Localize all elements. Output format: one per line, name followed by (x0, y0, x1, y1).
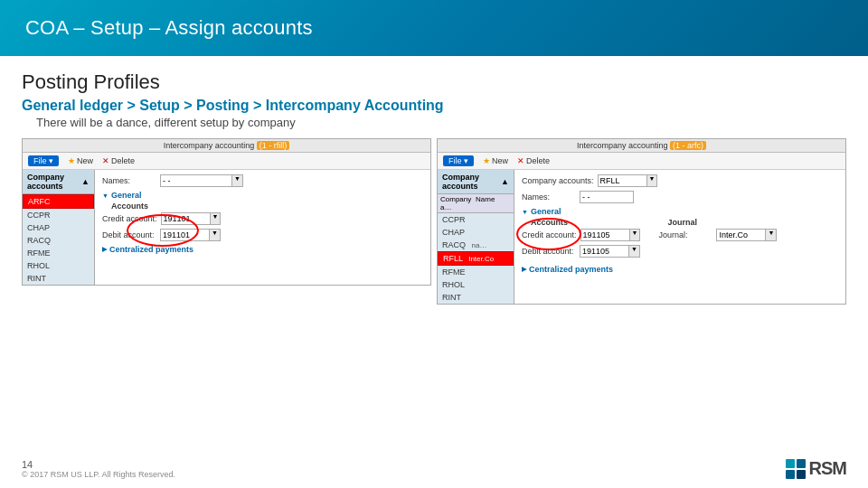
window2-company-dropdown[interactable]: ▼ (647, 174, 658, 187)
window2-file-btn[interactable]: File ▾ (443, 155, 474, 166)
rsm-logo: RSM (786, 458, 846, 479)
window1-debit-row: Debit account: ▼ (102, 229, 423, 241)
window1-wrapper: Intercompany accounting (1 - rfill) File… (22, 138, 431, 305)
window2-centralized-section[interactable]: Centralized payments (522, 265, 838, 274)
list-item-w2-racq[interactable]: RACQ na… (438, 239, 514, 251)
window1-file-btn[interactable]: File ▾ (28, 155, 59, 166)
window1-name-label: Names: (102, 176, 156, 185)
window1-name-dropdown[interactable]: ▼ (232, 174, 243, 187)
window2-company-label: Company accounts: (522, 176, 594, 185)
subtitle: General ledger > Setup > Posting > Inter… (22, 98, 846, 114)
rsm-sq-tl (786, 459, 795, 468)
window2-credit-dropdown[interactable]: ▼ (630, 229, 641, 241)
page-number: 14 (22, 459, 175, 470)
ax-window-2: Intercompany accounting (1 - arfc) File … (437, 138, 846, 305)
window2-name-row: Names: (522, 191, 838, 203)
window1-title: Intercompany accounting (164, 141, 257, 150)
col-company: Company a… (440, 195, 476, 211)
window1-debit-input[interactable] (160, 229, 210, 241)
rsm-sq-bl (786, 470, 795, 479)
window1-form: Names: ▼ General Accounts Credit account… (95, 170, 430, 285)
window2-accounts-journals: Accounts Credit account: ▼ Debit a (522, 218, 838, 261)
window2-company-input[interactable] (598, 174, 647, 187)
window1-general-section[interactable]: General (102, 191, 423, 200)
window2-debit-row: Debit account: ▼ (522, 245, 640, 258)
list-item-w2-rfll[interactable]: RFLL Inter.Co (438, 251, 514, 266)
description: There will be a dance, different setup b… (36, 116, 846, 129)
rsm-sq-br (797, 470, 806, 479)
window2-form: Company accounts: ▼ Names: General (514, 170, 845, 304)
window1-delete-btn[interactable]: ✕ Delete (102, 156, 135, 165)
list-item-w2-chap[interactable]: CHAP (438, 226, 514, 239)
window1-debit-label: Debit account: (102, 230, 156, 239)
window2-credit-row: Credit account: ▼ (522, 229, 640, 241)
window1-new-btn[interactable]: ★ New (68, 156, 93, 165)
copyright: © 2017 RSM US LLP. All Rights Reserved. (22, 470, 175, 479)
window2-titlebar: Intercompany accounting (1 - arfc) (438, 139, 845, 153)
header-title: COA – Setup – Assign accounts (25, 16, 313, 40)
list-item-w2-rhol[interactable]: RHOL (438, 278, 514, 291)
window2-journal-dropdown[interactable]: ▼ (766, 229, 777, 241)
screenshots-area: Intercompany accounting (1 - rfill) File… (22, 138, 846, 305)
window1-credit-label: Credit account: (102, 214, 157, 223)
footer: 14 © 2017 RSM US LLP. All Rights Reserve… (22, 458, 846, 479)
ax-window-1: Intercompany accounting (1 - rfill) File… (22, 138, 431, 286)
window2-title: Intercompany accounting (577, 141, 670, 150)
window2-general-section[interactable]: General (522, 207, 838, 216)
window2-credit-input[interactable] (580, 229, 630, 241)
x-icon-2: ✕ (517, 156, 524, 165)
star-icon: ★ (68, 156, 75, 165)
page-header: COA – Setup – Assign accounts (0, 0, 868, 56)
window2-company-list: Company accounts ▲ Company a… Name CCPR … (438, 170, 514, 304)
window2-accounts-subsection: Accounts (531, 218, 640, 227)
window1-credit-dropdown[interactable]: ▼ (211, 212, 222, 225)
window2-journal-input-group: ▼ (716, 229, 777, 241)
window2-body: Company accounts ▲ Company a… Name CCPR … (438, 170, 845, 304)
window1-name-input[interactable] (160, 174, 232, 187)
window2-toolbar[interactable]: File ▾ ★ New ✕ Delete (438, 153, 845, 170)
window2-debit-label: Debit account: (522, 247, 576, 256)
window1-toolbar[interactable]: File ▾ ★ New ✕ Delete (23, 153, 430, 170)
window2-debit-input-group: ▼ (580, 245, 640, 258)
window2-name-input[interactable] (580, 191, 634, 203)
x-icon: ✕ (102, 156, 109, 165)
window2-journal-label: Journal: (658, 230, 712, 239)
list-item-w2-rint[interactable]: RINT (438, 291, 514, 304)
window2-wrapper: Intercompany accounting (1 - arfc) File … (437, 138, 846, 305)
window1-name-row: Names: ▼ (102, 174, 423, 187)
list-item-rint[interactable]: RINT (23, 272, 94, 285)
window2-name-label: Names: (522, 192, 576, 202)
window1-centralized-section[interactable]: Centralized payments (102, 245, 423, 254)
window1-credit-row: Credit account: ▼ (102, 212, 423, 225)
window2-title-highlight: (1 - arfc) (670, 141, 706, 150)
window1-accounts-subsection: Accounts (111, 202, 423, 211)
window1-body: Company accounts ▲ ARFC CCPR CHAP RACQ R… (23, 170, 430, 285)
main-content: Posting Profiles General ledger > Setup … (0, 56, 868, 314)
window2-journal-subsection: Journal (667, 218, 777, 227)
window2-company-input-group: ▼ (598, 174, 658, 187)
section-title: Posting Profiles (22, 70, 846, 94)
window1-titlebar: Intercompany accounting (1 - rfill) (23, 139, 430, 153)
star-icon-2: ★ (483, 156, 490, 165)
list-item-ccpr[interactable]: CCPR (23, 209, 94, 221)
list-item-arfc[interactable]: ARFC (23, 194, 94, 209)
list-item-w2-ccpr[interactable]: CCPR (438, 213, 514, 226)
rsm-text: RSM (809, 458, 846, 479)
window1-company-header: Company accounts ▲ (23, 170, 94, 194)
window1-credit-input[interactable] (161, 212, 211, 225)
list-item-rhol[interactable]: RHOL (23, 259, 94, 272)
col-name: Name (476, 195, 511, 211)
rsm-sq-tr (797, 459, 806, 468)
list-item-w2-rfme[interactable]: RFME (438, 266, 514, 278)
window2-debit-input[interactable] (580, 245, 629, 258)
list-item-chap[interactable]: CHAP (23, 221, 94, 234)
window2-new-btn[interactable]: ★ New (483, 156, 508, 165)
window1-debit-input-group: ▼ (160, 229, 221, 241)
window1-debit-dropdown[interactable]: ▼ (210, 229, 221, 241)
window2-journal-input[interactable] (716, 229, 766, 241)
list-item-racq[interactable]: RACQ (23, 234, 94, 247)
list-item-rfme[interactable]: RFME (23, 247, 94, 259)
window2-delete-btn[interactable]: ✕ Delete (517, 156, 550, 165)
window1-title-highlight: (1 - rfill) (257, 141, 290, 150)
window2-debit-dropdown-2[interactable]: ▼ (629, 245, 640, 258)
